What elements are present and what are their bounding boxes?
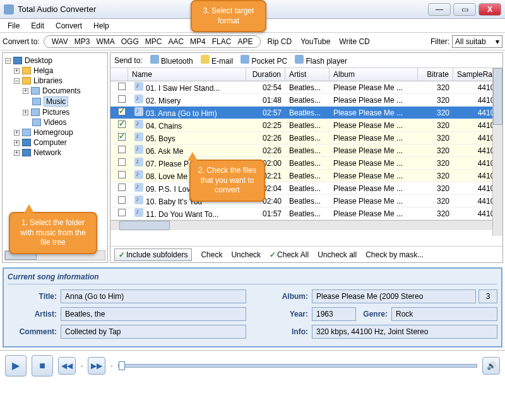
write-cd-button[interactable]: Write CD xyxy=(339,37,369,46)
row-checkbox[interactable] xyxy=(118,158,126,166)
format-mp4[interactable]: MP4 xyxy=(187,37,208,46)
format-mpc[interactable]: MPC xyxy=(143,37,165,46)
format-aac[interactable]: AAC xyxy=(165,37,186,46)
filter-dropdown[interactable]: All suitab▾ xyxy=(452,35,502,48)
title-field[interactable]: Anna (Go to Him) xyxy=(61,289,246,303)
expand-icon[interactable]: + xyxy=(14,68,20,74)
format-ape[interactable]: APE xyxy=(235,37,255,46)
seek-bar[interactable] xyxy=(118,364,477,368)
format-wma[interactable]: WMA xyxy=(93,37,117,46)
expand-icon[interactable]: + xyxy=(23,110,28,115)
sendto-flash[interactable]: Flash player xyxy=(306,57,347,66)
row-checkbox[interactable] xyxy=(118,196,126,204)
youtube-button[interactable]: YouTube xyxy=(300,37,330,46)
tree-libraries[interactable]: Libraries xyxy=(33,76,62,85)
expand-icon[interactable]: − xyxy=(14,78,20,84)
table-row[interactable]: 02. Misery01:48Beatles...Please Please M… xyxy=(110,94,502,107)
forward-button[interactable]: ▶▶ xyxy=(88,357,105,375)
checkall-button[interactable]: ✓Check All xyxy=(270,250,309,259)
tree-helga[interactable]: Helga xyxy=(33,66,53,75)
tree-computer[interactable]: Computer xyxy=(33,138,67,147)
table-row[interactable]: 10. Baby It's You02:40Beatles...Please P… xyxy=(110,195,502,207)
year-field[interactable]: 1963 xyxy=(312,307,356,321)
col-duration[interactable]: Duration xyxy=(246,68,285,81)
table-row[interactable]: 03. Anna (Go to Him)02:57Beatles...Pleas… xyxy=(110,107,502,119)
tree-videos[interactable]: Videos xyxy=(44,118,66,127)
format-ogg[interactable]: OGG xyxy=(119,37,141,46)
desktop-icon xyxy=(13,57,22,64)
comment-field[interactable]: Collected by Tap xyxy=(61,325,246,339)
menu-help[interactable]: Help xyxy=(88,20,114,32)
rewind-button[interactable]: ◀◀ xyxy=(58,357,76,375)
grid-vscrollbar[interactable] xyxy=(492,68,502,236)
expand-icon[interactable]: − xyxy=(5,58,11,64)
check-by-mask-button[interactable]: Check by mask... xyxy=(365,250,424,259)
row-checkbox[interactable] xyxy=(118,171,126,178)
sendto-bluetooth[interactable]: Bluetooth xyxy=(161,57,193,66)
artist-field[interactable]: Beatles, the xyxy=(61,307,246,321)
player-bar: ▶ ■ ◀◀ · ▶▶ · 🔊 xyxy=(0,350,505,380)
table-row[interactable]: 09. P.S. I Love You02:04Beatles...Please… xyxy=(110,182,502,195)
table-row[interactable]: 06. Ask Me02:26Beatles...Please Please M… xyxy=(110,144,502,157)
album-field[interactable]: Please Please Me (2009 Stereo xyxy=(312,289,476,303)
sendto-pocketpc[interactable]: Pocket PC xyxy=(251,57,287,66)
sendto-email[interactable]: E-mail xyxy=(211,57,233,66)
menu-convert[interactable]: Convert xyxy=(50,20,87,32)
uncheck-button[interactable]: Uncheck xyxy=(231,250,261,259)
table-row[interactable]: 07. Please P02:00Beatles...Please Please… xyxy=(110,157,502,170)
row-checkbox[interactable] xyxy=(118,120,126,128)
rip-cd-button[interactable]: Rip CD xyxy=(267,37,292,46)
row-checkbox[interactable] xyxy=(118,209,126,216)
computer-icon xyxy=(22,139,31,146)
expand-icon[interactable]: + xyxy=(14,140,20,146)
expand-icon[interactable]: + xyxy=(23,88,28,94)
table-row[interactable]: 04. Chains02:25Beatles...Please Please M… xyxy=(110,119,502,132)
maximize-button[interactable]: ▭ xyxy=(453,3,476,16)
row-checkbox[interactable] xyxy=(118,133,126,141)
table-row[interactable]: 01. I Saw Her Stand...02:54Beatles...Ple… xyxy=(110,81,502,94)
include-subfolders-button[interactable]: ✓Include subfolders xyxy=(114,248,192,261)
col-album[interactable]: Album xyxy=(330,68,418,81)
menu-edit[interactable]: Edit xyxy=(26,20,49,32)
network-icon xyxy=(22,149,31,156)
tree-pictures[interactable]: Pictures xyxy=(42,108,69,117)
track-field[interactable]: 3 xyxy=(478,289,497,303)
music-icon xyxy=(134,132,143,141)
grid-hscrollbar[interactable] xyxy=(110,220,502,230)
format-flac[interactable]: FLAC xyxy=(210,37,234,46)
music-folder-icon xyxy=(32,98,41,105)
format-mp3[interactable]: MP3 xyxy=(72,37,93,46)
minimize-button[interactable]: — xyxy=(428,3,451,16)
table-row[interactable]: 05. Boys02:26Beatles...Please Please Me … xyxy=(110,132,502,144)
tree-homegroup[interactable]: Homegroup xyxy=(33,128,73,137)
tree-music[interactable]: Music xyxy=(44,96,68,107)
volume-button[interactable]: 🔊 xyxy=(482,357,500,375)
uncheckall-button[interactable]: Uncheck all xyxy=(318,250,357,259)
row-checkbox[interactable] xyxy=(118,95,126,103)
tree-documents[interactable]: Documents xyxy=(42,86,81,95)
row-checkbox[interactable] xyxy=(118,184,126,191)
genre-field[interactable]: Rock xyxy=(391,307,497,321)
col-artist[interactable]: Artist xyxy=(285,68,330,81)
play-button[interactable]: ▶ xyxy=(5,355,27,376)
check-button[interactable]: Check xyxy=(201,250,222,259)
table-row[interactable]: 11. Do You Want To...01:57Beatles...Plea… xyxy=(110,207,502,220)
row-checkbox[interactable] xyxy=(118,108,126,115)
tree-network[interactable]: Network xyxy=(33,148,61,157)
dot-icon: · xyxy=(110,361,112,370)
col-bitrate[interactable]: Bitrate xyxy=(418,68,453,81)
expand-icon[interactable]: + xyxy=(14,130,20,136)
pocketpc-icon xyxy=(241,55,249,64)
music-icon xyxy=(134,183,143,192)
close-button[interactable]: X xyxy=(478,3,501,16)
menu-file[interactable]: File xyxy=(3,20,25,32)
expand-icon[interactable]: + xyxy=(14,150,20,156)
col-name[interactable]: Name xyxy=(128,68,246,81)
stop-button[interactable]: ■ xyxy=(32,355,53,376)
grid-header: Name Duration Artist Album Bitrate Sampl… xyxy=(110,68,502,81)
table-row[interactable]: 08. Love Me02:21Beatles...Please Please … xyxy=(110,170,502,182)
row-checkbox[interactable] xyxy=(118,146,126,153)
tree-desktop[interactable]: Desktop xyxy=(25,56,52,65)
format-wav[interactable]: WAV xyxy=(49,37,71,46)
row-checkbox[interactable] xyxy=(118,83,126,90)
